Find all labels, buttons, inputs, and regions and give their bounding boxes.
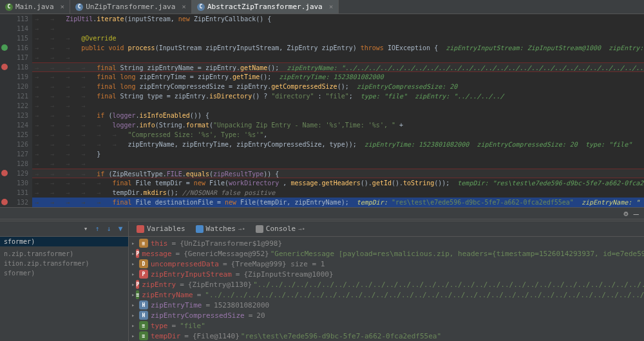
- var-name: zipEntryTime: [151, 301, 202, 309]
- code-line[interactable]: → → ZipUtil.iterate(inputStream, new Zip…: [32, 14, 644, 24]
- variable-row[interactable]: ▸≡type = "file": [131, 320, 641, 331]
- tab-label: Watches: [206, 225, 236, 233]
- debug-tab-console[interactable]: Console →•: [252, 223, 309, 234]
- breakpoint-icon[interactable]: [1, 199, 8, 205]
- variable-row[interactable]: ▸≡zipEntryName = "../../../../../../../.…: [131, 290, 641, 300]
- code-line[interactable]: → → → public void process(InputStream zi…: [32, 43, 644, 53]
- editor-statusbar: ⚙ —: [0, 207, 644, 219]
- variable-row[interactable]: ▸DuncompressedData = {TreeMap@999} size …: [131, 259, 641, 269]
- code-line[interactable]: → → → → → tempDir.mkdirs(); //NOSONAR fa…: [32, 188, 644, 198]
- line-number[interactable]: 124: [0, 120, 28, 130]
- expand-icon[interactable]: ▸: [131, 281, 135, 288]
- expand-icon[interactable]: ▸: [131, 312, 138, 318]
- equals: =: [205, 301, 210, 309]
- code-line[interactable]: → → → → }: [32, 149, 644, 159]
- variable-row[interactable]: ▸≡this = {UnZipTransformer$1@998}: [131, 238, 641, 248]
- vars-list[interactable]: ▸≡this = {UnZipTransformer$1@998}▸Pmessa…: [129, 237, 644, 341]
- code-area[interactable]: → → ZipUtil.iterate(inputStream, new Zip…: [32, 14, 644, 207]
- dropdown-icon[interactable]: ▾: [80, 224, 91, 234]
- code-line[interactable]: → → → → if (logger.isInfoEnabled()) {: [32, 111, 644, 120]
- stack-frame[interactable]: ition.zip.transformer): [0, 259, 128, 268]
- equals: =: [176, 250, 180, 258]
- variable-row[interactable]: ▸HzipEntryCompressedSize = 20: [131, 310, 641, 320]
- run-marker-icon[interactable]: [1, 44, 8, 51]
- breakpoint-icon[interactable]: [1, 170, 8, 176]
- code-line[interactable]: → → → →: [32, 159, 644, 169]
- line-number[interactable]: 126: [0, 140, 28, 149]
- code-line[interactable]: → → → → → → "Compressed Size: '%s', Type…: [32, 130, 644, 140]
- close-icon[interactable]: ×: [182, 3, 186, 11]
- variable-row[interactable]: ▸PzipEntryInputStream = {ZipInputStream@…: [131, 269, 641, 279]
- close-icon[interactable]: ×: [61, 3, 65, 11]
- expand-icon[interactable]: ▸: [131, 240, 138, 246]
- stack-frame[interactable]: sformer): [0, 268, 128, 278]
- variable-row[interactable]: ▸PzipEntry = {ZipEntry@1130} "../../../.…: [131, 279, 641, 290]
- var-name: uncompressedData: [151, 260, 219, 268]
- stack-frame[interactable]: sformer): [0, 237, 128, 246]
- tab-abstractziptransformer-java[interactable]: CAbstractZipTransformer.java×: [192, 0, 339, 14]
- line-number[interactable]: 120: [0, 82, 28, 91]
- line-number[interactable]: 122: [0, 101, 28, 111]
- debug-tab-watches[interactable]: Watches →•: [192, 223, 249, 234]
- var-string: "../../../../../../../../../../../../../…: [253, 281, 644, 289]
- var-value: {TreeMap@999} size = 1: [231, 260, 325, 268]
- expand-icon[interactable]: ▸: [131, 322, 138, 329]
- frames-list[interactable]: sformer)n.zip.transformer)ition.zip.tran…: [0, 237, 128, 278]
- expand-icon[interactable]: ▸: [131, 302, 138, 308]
- expand-icon[interactable]: ▸: [131, 250, 135, 257]
- code-line[interactable]: → → → @Override: [32, 33, 644, 43]
- stack-frame[interactable]: n.zip.transformer): [0, 249, 128, 259]
- line-number[interactable]: 130: [0, 178, 28, 188]
- code-line[interactable]: → → → → final String type = zipEntry.isD…: [32, 91, 644, 101]
- variable-row[interactable]: ▸Pmessage = {GenericMessage@952} "Generi…: [131, 248, 641, 259]
- var-value: {File@1140}: [193, 332, 240, 340]
- line-number[interactable]: 119: [0, 72, 28, 82]
- code-line[interactable]: → → → → final long zipEntryTime = zipEnt…: [32, 72, 644, 82]
- code-line[interactable]: → → → → → final File destinationFile = n…: [32, 198, 644, 207]
- breakpoint-icon[interactable]: [1, 64, 8, 70]
- code-line[interactable]: → → → → final String zipEntryName = zipE…: [32, 62, 644, 72]
- pin-icon[interactable]: →•: [238, 226, 245, 232]
- var-type-icon: P: [139, 270, 148, 279]
- code-line[interactable]: → →: [32, 24, 644, 33]
- code-line[interactable]: → → →: [32, 53, 644, 62]
- arrow-down-icon[interactable]: ↓: [104, 224, 114, 234]
- minimize-icon[interactable]: —: [634, 208, 639, 219]
- expand-icon[interactable]: ▸: [131, 271, 138, 277]
- code-line[interactable]: → → → → → logger.info(String.format("Unp…: [32, 120, 644, 130]
- arrow-up-icon[interactable]: ↑: [92, 224, 102, 234]
- debug-tab-variables[interactable]: Variables: [133, 223, 189, 234]
- line-number[interactable]: 118: [0, 62, 28, 72]
- code-line[interactable]: → → → →: [32, 101, 644, 111]
- gear-icon[interactable]: ⚙: [623, 209, 628, 218]
- line-number[interactable]: 117: [0, 53, 28, 62]
- line-number[interactable]: 127: [0, 149, 28, 159]
- line-number[interactable]: 129: [0, 169, 28, 178]
- pin-icon[interactable]: →•: [298, 226, 305, 232]
- line-number[interactable]: 116: [0, 43, 28, 53]
- variable-row[interactable]: ▸HzipEntryTime = 1523801082000: [131, 300, 641, 310]
- line-number[interactable]: 128: [0, 159, 28, 169]
- line-number[interactable]: 125: [0, 130, 28, 140]
- var-type-icon: H: [139, 311, 148, 320]
- line-number[interactable]: 113: [0, 14, 28, 24]
- code-line[interactable]: → → → → final long zipEntryCompressedSiz…: [32, 82, 644, 91]
- code-line[interactable]: → → → → → → zipEntryName, zipEntryTime, …: [32, 140, 644, 149]
- line-number[interactable]: 121: [0, 91, 28, 101]
- expand-icon[interactable]: ▸: [131, 333, 138, 339]
- variable-row[interactable]: ▸≡tempDir = {File@1140} "res\test\e7ede5…: [131, 331, 641, 341]
- line-number[interactable]: 123: [0, 111, 28, 120]
- tab-unziptransformer-java[interactable]: CUnZipTransformer.java×: [70, 0, 192, 14]
- tab-main-java[interactable]: CMain.java×: [0, 0, 70, 14]
- code-line[interactable]: → → → → → final File tempDir = new File(…: [32, 178, 644, 188]
- line-number[interactable]: 132: [0, 198, 28, 207]
- line-number[interactable]: 131: [0, 188, 28, 198]
- expand-icon[interactable]: ▸: [131, 261, 138, 267]
- line-number[interactable]: 114: [0, 24, 28, 33]
- close-icon[interactable]: ×: [329, 3, 334, 11]
- frames-toolbar: ▾ ↑ ↓ ▼: [0, 221, 128, 237]
- expand-icon[interactable]: ▸: [131, 291, 135, 298]
- code-line[interactable]: → → → → if (ZipResultType.FILE.equals(zi…: [32, 169, 644, 178]
- line-number[interactable]: 115: [0, 33, 28, 43]
- filter-icon[interactable]: ▼: [115, 224, 126, 234]
